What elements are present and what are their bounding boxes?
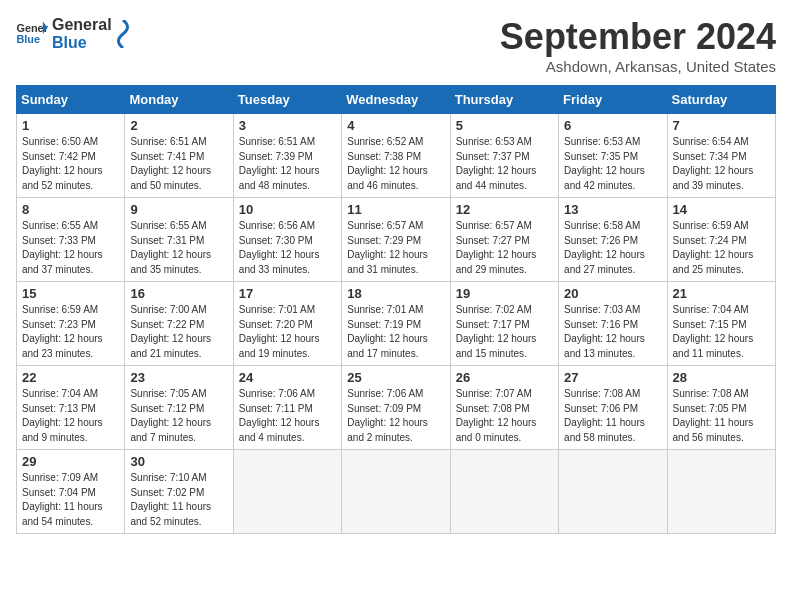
day-number-3: 3 bbox=[239, 118, 336, 133]
day-info-22: Sunrise: 7:04 AM Sunset: 7:13 PM Dayligh… bbox=[22, 387, 119, 445]
day-cell-14: 14 Sunrise: 6:59 AM Sunset: 7:24 PM Dayl… bbox=[667, 198, 775, 282]
day-info-13: Sunrise: 6:58 AM Sunset: 7:26 PM Dayligh… bbox=[564, 219, 661, 277]
header-tuesday: Tuesday bbox=[233, 86, 341, 114]
day-number-4: 4 bbox=[347, 118, 444, 133]
day-info-25: Sunrise: 7:06 AM Sunset: 7:09 PM Dayligh… bbox=[347, 387, 444, 445]
logo-wave-icon bbox=[114, 20, 132, 48]
day-cell-29: 29 Sunrise: 7:09 AM Sunset: 7:04 PM Dayl… bbox=[17, 450, 125, 534]
day-number-24: 24 bbox=[239, 370, 336, 385]
day-cell-27: 27 Sunrise: 7:08 AM Sunset: 7:06 PM Dayl… bbox=[559, 366, 667, 450]
month-year-title: September 2024 bbox=[500, 16, 776, 58]
title-block: September 2024 Ashdown, Arkansas, United… bbox=[500, 16, 776, 75]
day-number-29: 29 bbox=[22, 454, 119, 469]
empty-cell bbox=[667, 450, 775, 534]
calendar-table: Sunday Monday Tuesday Wednesday Thursday… bbox=[16, 85, 776, 534]
empty-cell bbox=[559, 450, 667, 534]
day-number-8: 8 bbox=[22, 202, 119, 217]
day-number-15: 15 bbox=[22, 286, 119, 301]
day-info-5: Sunrise: 6:53 AM Sunset: 7:37 PM Dayligh… bbox=[456, 135, 553, 193]
calendar-body: 1 Sunrise: 6:50 AM Sunset: 7:42 PM Dayli… bbox=[17, 114, 776, 534]
day-info-11: Sunrise: 6:57 AM Sunset: 7:29 PM Dayligh… bbox=[347, 219, 444, 277]
day-info-3: Sunrise: 6:51 AM Sunset: 7:39 PM Dayligh… bbox=[239, 135, 336, 193]
day-cell-2: 2 Sunrise: 6:51 AM Sunset: 7:41 PM Dayli… bbox=[125, 114, 233, 198]
day-cell-11: 11 Sunrise: 6:57 AM Sunset: 7:29 PM Dayl… bbox=[342, 198, 450, 282]
day-cell-7: 7 Sunrise: 6:54 AM Sunset: 7:34 PM Dayli… bbox=[667, 114, 775, 198]
day-cell-30: 30 Sunrise: 7:10 AM Sunset: 7:02 PM Dayl… bbox=[125, 450, 233, 534]
day-number-1: 1 bbox=[22, 118, 119, 133]
day-cell-21: 21 Sunrise: 7:04 AM Sunset: 7:15 PM Dayl… bbox=[667, 282, 775, 366]
header-friday: Friday bbox=[559, 86, 667, 114]
day-number-13: 13 bbox=[564, 202, 661, 217]
day-number-22: 22 bbox=[22, 370, 119, 385]
day-number-9: 9 bbox=[130, 202, 227, 217]
day-cell-24: 24 Sunrise: 7:06 AM Sunset: 7:11 PM Dayl… bbox=[233, 366, 341, 450]
day-info-10: Sunrise: 6:56 AM Sunset: 7:30 PM Dayligh… bbox=[239, 219, 336, 277]
day-info-1: Sunrise: 6:50 AM Sunset: 7:42 PM Dayligh… bbox=[22, 135, 119, 193]
day-number-11: 11 bbox=[347, 202, 444, 217]
day-info-29: Sunrise: 7:09 AM Sunset: 7:04 PM Dayligh… bbox=[22, 471, 119, 529]
day-number-14: 14 bbox=[673, 202, 770, 217]
day-info-15: Sunrise: 6:59 AM Sunset: 7:23 PM Dayligh… bbox=[22, 303, 119, 361]
day-cell-19: 19 Sunrise: 7:02 AM Sunset: 7:17 PM Dayl… bbox=[450, 282, 558, 366]
header-sunday: Sunday bbox=[17, 86, 125, 114]
logo-icon: General Blue bbox=[16, 20, 48, 48]
day-info-7: Sunrise: 6:54 AM Sunset: 7:34 PM Dayligh… bbox=[673, 135, 770, 193]
day-cell-13: 13 Sunrise: 6:58 AM Sunset: 7:26 PM Dayl… bbox=[559, 198, 667, 282]
day-info-14: Sunrise: 6:59 AM Sunset: 7:24 PM Dayligh… bbox=[673, 219, 770, 277]
day-cell-17: 17 Sunrise: 7:01 AM Sunset: 7:20 PM Dayl… bbox=[233, 282, 341, 366]
logo-blue-text: Blue bbox=[52, 34, 112, 52]
day-info-4: Sunrise: 6:52 AM Sunset: 7:38 PM Dayligh… bbox=[347, 135, 444, 193]
day-cell-28: 28 Sunrise: 7:08 AM Sunset: 7:05 PM Dayl… bbox=[667, 366, 775, 450]
day-number-21: 21 bbox=[673, 286, 770, 301]
day-number-20: 20 bbox=[564, 286, 661, 301]
day-info-27: Sunrise: 7:08 AM Sunset: 7:06 PM Dayligh… bbox=[564, 387, 661, 445]
day-cell-15: 15 Sunrise: 6:59 AM Sunset: 7:23 PM Dayl… bbox=[17, 282, 125, 366]
day-cell-5: 5 Sunrise: 6:53 AM Sunset: 7:37 PM Dayli… bbox=[450, 114, 558, 198]
header-saturday: Saturday bbox=[667, 86, 775, 114]
day-info-17: Sunrise: 7:01 AM Sunset: 7:20 PM Dayligh… bbox=[239, 303, 336, 361]
day-info-30: Sunrise: 7:10 AM Sunset: 7:02 PM Dayligh… bbox=[130, 471, 227, 529]
day-number-7: 7 bbox=[673, 118, 770, 133]
day-cell-1: 1 Sunrise: 6:50 AM Sunset: 7:42 PM Dayli… bbox=[17, 114, 125, 198]
day-info-12: Sunrise: 6:57 AM Sunset: 7:27 PM Dayligh… bbox=[456, 219, 553, 277]
day-info-19: Sunrise: 7:02 AM Sunset: 7:17 PM Dayligh… bbox=[456, 303, 553, 361]
calendar-row-1: 1 Sunrise: 6:50 AM Sunset: 7:42 PM Dayli… bbox=[17, 114, 776, 198]
calendar-row-4: 22 Sunrise: 7:04 AM Sunset: 7:13 PM Dayl… bbox=[17, 366, 776, 450]
day-info-23: Sunrise: 7:05 AM Sunset: 7:12 PM Dayligh… bbox=[130, 387, 227, 445]
day-cell-26: 26 Sunrise: 7:07 AM Sunset: 7:08 PM Dayl… bbox=[450, 366, 558, 450]
day-number-28: 28 bbox=[673, 370, 770, 385]
location-subtitle: Ashdown, Arkansas, United States bbox=[500, 58, 776, 75]
day-info-6: Sunrise: 6:53 AM Sunset: 7:35 PM Dayligh… bbox=[564, 135, 661, 193]
day-cell-6: 6 Sunrise: 6:53 AM Sunset: 7:35 PM Dayli… bbox=[559, 114, 667, 198]
day-cell-20: 20 Sunrise: 7:03 AM Sunset: 7:16 PM Dayl… bbox=[559, 282, 667, 366]
day-cell-3: 3 Sunrise: 6:51 AM Sunset: 7:39 PM Dayli… bbox=[233, 114, 341, 198]
weekday-header-row: Sunday Monday Tuesday Wednesday Thursday… bbox=[17, 86, 776, 114]
calendar-row-5: 29 Sunrise: 7:09 AM Sunset: 7:04 PM Dayl… bbox=[17, 450, 776, 534]
calendar-row-2: 8 Sunrise: 6:55 AM Sunset: 7:33 PM Dayli… bbox=[17, 198, 776, 282]
day-cell-10: 10 Sunrise: 6:56 AM Sunset: 7:30 PM Dayl… bbox=[233, 198, 341, 282]
day-number-17: 17 bbox=[239, 286, 336, 301]
day-info-8: Sunrise: 6:55 AM Sunset: 7:33 PM Dayligh… bbox=[22, 219, 119, 277]
day-number-2: 2 bbox=[130, 118, 227, 133]
day-info-16: Sunrise: 7:00 AM Sunset: 7:22 PM Dayligh… bbox=[130, 303, 227, 361]
calendar-row-3: 15 Sunrise: 6:59 AM Sunset: 7:23 PM Dayl… bbox=[17, 282, 776, 366]
day-number-18: 18 bbox=[347, 286, 444, 301]
day-info-28: Sunrise: 7:08 AM Sunset: 7:05 PM Dayligh… bbox=[673, 387, 770, 445]
day-number-10: 10 bbox=[239, 202, 336, 217]
header-thursday: Thursday bbox=[450, 86, 558, 114]
day-cell-9: 9 Sunrise: 6:55 AM Sunset: 7:31 PM Dayli… bbox=[125, 198, 233, 282]
day-number-26: 26 bbox=[456, 370, 553, 385]
day-number-5: 5 bbox=[456, 118, 553, 133]
day-info-20: Sunrise: 7:03 AM Sunset: 7:16 PM Dayligh… bbox=[564, 303, 661, 361]
day-info-24: Sunrise: 7:06 AM Sunset: 7:11 PM Dayligh… bbox=[239, 387, 336, 445]
day-cell-23: 23 Sunrise: 7:05 AM Sunset: 7:12 PM Dayl… bbox=[125, 366, 233, 450]
day-info-26: Sunrise: 7:07 AM Sunset: 7:08 PM Dayligh… bbox=[456, 387, 553, 445]
page-header: General Blue General Blue September 2024… bbox=[16, 16, 776, 75]
day-number-6: 6 bbox=[564, 118, 661, 133]
day-cell-8: 8 Sunrise: 6:55 AM Sunset: 7:33 PM Dayli… bbox=[17, 198, 125, 282]
day-cell-22: 22 Sunrise: 7:04 AM Sunset: 7:13 PM Dayl… bbox=[17, 366, 125, 450]
day-cell-12: 12 Sunrise: 6:57 AM Sunset: 7:27 PM Dayl… bbox=[450, 198, 558, 282]
day-number-19: 19 bbox=[456, 286, 553, 301]
day-number-16: 16 bbox=[130, 286, 227, 301]
day-number-23: 23 bbox=[130, 370, 227, 385]
